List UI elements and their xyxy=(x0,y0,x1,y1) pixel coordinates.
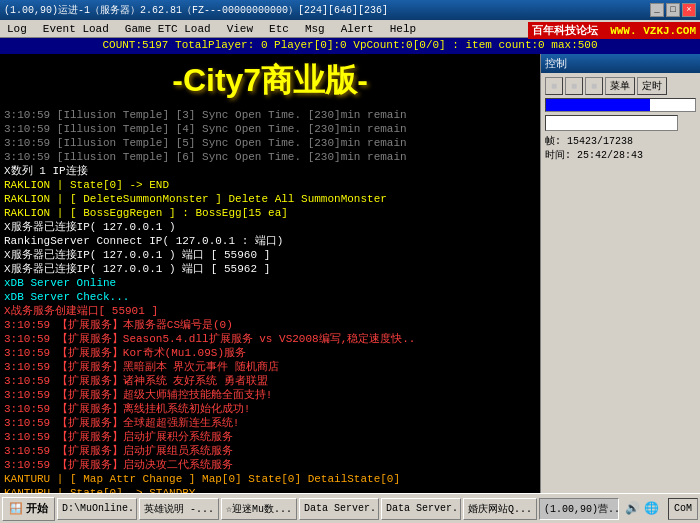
log-line: KANTURU | [ Map Attr Change ] Map[0] Sta… xyxy=(4,472,536,486)
start-button[interactable]: 🪟 开始 xyxy=(2,497,55,521)
log-lines: 3:10:59 [Illusion Temple] [3] Sync Open … xyxy=(0,106,540,493)
log-line: 3:10:59 【扩展服务】离线挂机系统初始化成功! xyxy=(4,402,536,416)
control-title: 控制 xyxy=(541,54,700,73)
log-line: 3:10:59 [Illusion Temple] [6] Sync Open … xyxy=(4,150,536,164)
menu-event-load[interactable]: Event Load xyxy=(40,23,112,35)
control-icon-3[interactable]: ■ xyxy=(585,77,603,95)
log-line: RAKLION | State[0] -> END xyxy=(4,178,536,192)
taskbar-item-4[interactable]: Data Server... xyxy=(381,498,461,520)
menu-etc[interactable]: Etc xyxy=(266,23,292,35)
taskbar-icon-2: 🌐 xyxy=(643,501,659,517)
menu-log[interactable]: Log xyxy=(4,23,30,35)
log-line: 3:10:59 【扩展服务】超级大师辅控技能舱全面支持! xyxy=(4,388,536,402)
control-frame-count: 帧: 15423/17238 xyxy=(545,135,696,149)
start-icon: 🪟 xyxy=(9,502,23,515)
window-title: (1.00,90)运进-1（服务器）2.62.81（FZ---000000000… xyxy=(4,3,388,17)
main-area: -City7商业版- 3:10:59 [Illusion Temple] [3]… xyxy=(0,54,700,493)
log-line: RankingServer Connect IP( 127.0.0.1 : 端口… xyxy=(4,234,536,248)
control-progress-bar xyxy=(545,98,696,112)
log-line: X数列 1 IP连接 xyxy=(4,164,536,178)
control-status: 帧: 15423/17238 时间: 25:42/28:43 xyxy=(545,135,696,163)
info-bar: COUNT:5197 TotalPlayer: 0 Player[0]:0 Vp… xyxy=(0,38,700,54)
taskbar-system-icons: 🔊 🌐 xyxy=(621,501,662,517)
taskbar-item-5[interactable]: 婚庆网站Q... xyxy=(463,498,537,520)
control-icon-1[interactable]: ■ xyxy=(545,77,563,95)
taskbar-item-1[interactable]: 英雄说明 -... xyxy=(139,498,219,520)
taskbar-icon-1: 🔊 xyxy=(624,501,640,517)
window-controls[interactable]: _ □ × xyxy=(650,3,696,17)
taskbar-item-2[interactable]: ☆迎迷Mu数... xyxy=(221,498,297,520)
log-line: X服务器已连接IP( 127.0.0.1 ) 端口 [ 55960 ] xyxy=(4,248,536,262)
close-button[interactable]: × xyxy=(682,3,696,17)
log-line: X服务器已连接IP( 127.0.0.1 ) 端口 [ 55962 ] xyxy=(4,262,536,276)
log-line: X战务服务创建端口[ 55901 ] xyxy=(4,304,536,318)
minimize-button[interactable]: _ xyxy=(650,3,664,17)
taskbar: 🪟 开始 D:\MuOnline... 英雄说明 -... ☆迎迷Mu数... … xyxy=(0,493,700,523)
log-line: 3:10:59 【扩展服务】启动扩展组员系统服务 xyxy=(4,444,536,458)
big-title: -City7商业版- xyxy=(0,54,540,106)
control-timer-button[interactable]: 定时 xyxy=(637,77,667,95)
log-line: xDB Server Online xyxy=(4,276,536,290)
watermark-text: 百年科技论坛 xyxy=(532,25,598,37)
log-panel: -City7商业版- 3:10:59 [Illusion Temple] [3]… xyxy=(0,54,540,493)
menu-game-etc[interactable]: Game ETC Load xyxy=(122,23,214,35)
menu-help[interactable]: Help xyxy=(387,23,419,35)
taskbar-item-3[interactable]: Data Server... xyxy=(299,498,379,520)
control-panel: 控制 ■ ■ ■ 菜单 定时 帧: 15423/17238 时间: 25:42/… xyxy=(540,54,700,493)
title-bar: (1.00,90)运进-1（服务器）2.62.81（FZ---000000000… xyxy=(0,0,700,20)
log-line: X服务器已连接IP( 127.0.0.1 ) xyxy=(4,220,536,234)
menu-alert[interactable]: Alert xyxy=(338,23,377,35)
log-line: 3:10:59 【扩展服务】本服务器CS编号是(0) xyxy=(4,318,536,332)
log-line: xDB Server Check... xyxy=(4,290,536,304)
watermark-bar: 百年科技论坛 WWW. VZKJ.COM xyxy=(528,22,700,39)
control-icon-row: ■ ■ ■ 菜单 定时 xyxy=(545,77,696,95)
maximize-button[interactable]: □ xyxy=(666,3,680,17)
control-progress-fill xyxy=(546,99,650,111)
menu-view[interactable]: View xyxy=(224,23,256,35)
control-time-display: 时间: 25:42/28:43 xyxy=(545,149,696,163)
info-text: COUNT:5197 TotalPlayer: 0 Player[0]:0 Vp… xyxy=(102,39,597,51)
log-line: 3:10:59 【扩展服务】启动决攻二代系统服务 xyxy=(4,458,536,472)
taskbar-item-0[interactable]: D:\MuOnline... xyxy=(57,498,137,520)
log-line: 3:10:59 【扩展服务】Season5.4.dll扩展服务 vs VS200… xyxy=(4,332,536,346)
start-label: 开始 xyxy=(26,501,48,516)
control-icon-2[interactable]: ■ xyxy=(565,77,583,95)
log-line: 3:10:59 【扩展服务】黑暗副本 界次元事件 随机商店 xyxy=(4,360,536,374)
log-line: 3:10:59 【扩展服务】启动扩展积分系统服务 xyxy=(4,430,536,444)
control-body: ■ ■ ■ 菜单 定时 帧: 15423/17238 时间: 25:42/28:… xyxy=(541,73,700,167)
log-line: 3:10:59 [Illusion Temple] [5] Sync Open … xyxy=(4,136,536,150)
log-line: 3:10:59 【扩展服务】Kor奇术(Mu1.09S)服务 xyxy=(4,346,536,360)
watermark-url: WWW. VZKJ.COM xyxy=(610,25,696,37)
log-line: KANTURU | State[0] -> STANDBY xyxy=(4,486,536,493)
control-input[interactable] xyxy=(545,115,678,131)
log-line: RAKLION | [ BossEggRegen ] : BossEgg[15 … xyxy=(4,206,536,220)
log-line: 3:10:59 【扩展服务】全球超超强新连生系统! xyxy=(4,416,536,430)
menu-msg[interactable]: Msg xyxy=(302,23,328,35)
log-line: 3:10:59 [Illusion Temple] [4] Sync Open … xyxy=(4,122,536,136)
log-line: RAKLION | [ DeleteSummonMonster ] Delete… xyxy=(4,192,536,206)
log-line: 3:10:59 【扩展服务】诸神系统 友好系统 勇者联盟 xyxy=(4,374,536,388)
taskbar-clock: CoM xyxy=(668,498,698,520)
taskbar-item-6[interactable]: (1.00,90)营... xyxy=(539,498,619,520)
log-line: 3:10:59 [Illusion Temple] [3] Sync Open … xyxy=(4,108,536,122)
control-menu-button[interactable]: 菜单 xyxy=(605,77,635,95)
